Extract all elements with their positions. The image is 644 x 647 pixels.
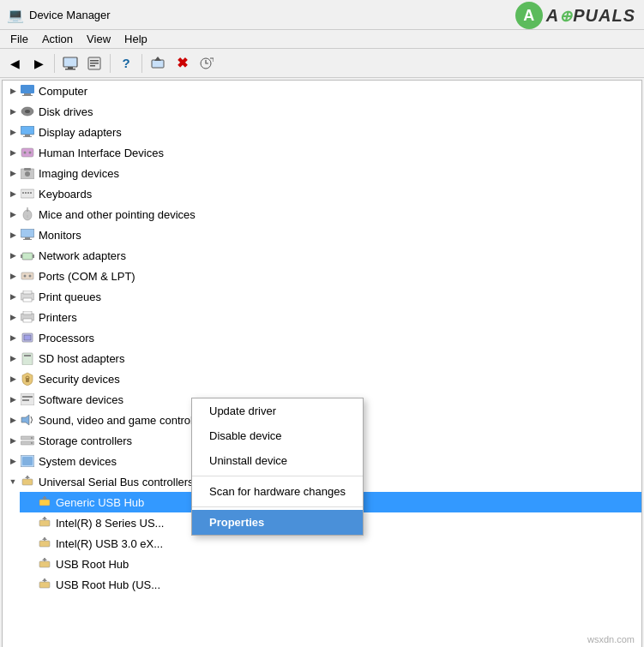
svg-rect-17 [23, 136, 32, 137]
toggle-intel-8 [23, 516, 37, 530]
title-bar-text: Device Manager [29, 9, 111, 21]
svg-rect-28 [30, 192, 32, 194]
icon-system-devices [20, 454, 35, 468]
logo-area: A A⊕PUALS [515, 2, 635, 29]
icon-network [20, 249, 35, 262]
svg-rect-78 [39, 582, 50, 588]
computer-view-btn[interactable] [59, 52, 81, 75]
icon-monitors [20, 228, 35, 242]
toggle-monitors[interactable]: ▶ [6, 228, 20, 242]
icon-processors [20, 331, 35, 344]
properties-view-btn[interactable] [83, 52, 105, 75]
svg-rect-35 [22, 253, 33, 260]
forward-btn[interactable]: ▶ [27, 52, 50, 75]
toggle-imaging[interactable]: ▶ [6, 166, 20, 180]
scan-btn[interactable] [195, 52, 217, 75]
label-security: Security devices [39, 373, 120, 386]
toggle-sd-host[interactable]: ▶ [6, 351, 20, 365]
tree-item-usb-root-hub2[interactable]: USB Root Hub (US... [20, 574, 641, 595]
help-btn[interactable]: ? [115, 52, 137, 75]
icon-display [20, 125, 35, 139]
tree-item-keyboards[interactable]: ▶ Keyboards [3, 183, 641, 204]
toggle-system-devices[interactable]: ▶ [6, 454, 20, 468]
svg-rect-7 [152, 60, 164, 68]
tree-item-security[interactable]: ▶ Security devices [3, 368, 641, 389]
tree-item-hid[interactable]: ▶ Human Interface Devices [3, 142, 641, 163]
context-menu-scan-changes[interactable]: Scan for hardware changes [192, 479, 363, 504]
toggle-disk[interactable]: ▶ [6, 105, 20, 118]
toolbar: ◀ ▶ ? ✖ [0, 49, 644, 78]
context-menu-uninstall-device[interactable]: Uninstall device [192, 448, 363, 473]
toggle-intel-usb30 [23, 536, 37, 550]
svg-rect-33 [25, 237, 30, 239]
delete-btn[interactable]: ✖ [171, 52, 193, 75]
context-menu-disable-device[interactable]: Disable device [192, 423, 363, 448]
svg-marker-77 [42, 558, 47, 560]
svg-rect-54 [22, 396, 33, 398]
back-btn[interactable]: ◀ [3, 52, 26, 75]
label-usb-root-hub2: USB Root Hub (US... [56, 578, 160, 591]
tree-item-printers[interactable]: ▶ Printers [3, 307, 641, 327]
svg-rect-48 [24, 335, 31, 340]
toggle-mice[interactable]: ▶ [6, 207, 20, 221]
toggle-computer[interactable]: ▶ [6, 84, 20, 98]
menu-help[interactable]: Help [117, 31, 154, 47]
svg-point-22 [25, 171, 30, 177]
toggle-printers[interactable]: ▶ [6, 310, 20, 324]
toggle-processors[interactable]: ▶ [6, 331, 20, 344]
icon-imaging [20, 166, 35, 180]
context-menu-update-driver[interactable]: Update driver [192, 398, 363, 423]
toggle-network[interactable]: ▶ [6, 249, 20, 262]
svg-rect-10 [21, 85, 34, 93]
context-menu-sep [192, 476, 363, 476]
tree-item-network[interactable]: ▶ Network adapters [3, 245, 641, 266]
toggle-storage[interactable]: ▶ [6, 434, 20, 447]
toggle-usb-root-hub2 [23, 578, 37, 591]
toggle-hid[interactable]: ▶ [6, 146, 20, 159]
tree-item-print-queues[interactable]: ▶ Print queues [3, 286, 641, 307]
tree-item-sd-host[interactable]: ▶ SD host adapters [3, 348, 641, 368]
label-computer: Computer [39, 85, 87, 98]
tree-item-display[interactable]: ▶ Display adapters [3, 122, 641, 142]
svg-rect-38 [21, 273, 33, 279]
context-menu-properties[interactable]: Properties [192, 510, 363, 535]
svg-rect-5 [90, 63, 99, 64]
toggle-ports[interactable]: ▶ [6, 269, 20, 283]
icon-security [20, 372, 35, 386]
tree-item-imaging[interactable]: ▶ Imaging devices [3, 163, 641, 183]
toggle-print-queues[interactable]: ▶ [6, 290, 20, 303]
toggle-sound[interactable]: ▶ [6, 413, 20, 427]
watermark: wsxdn.com [587, 634, 635, 644]
svg-rect-18 [21, 148, 33, 157]
label-printers: Printers [39, 311, 77, 324]
tree-item-mice[interactable]: ▶ Mice and other pointing devices [3, 204, 641, 225]
menu-view[interactable]: View [80, 31, 117, 47]
svg-marker-8 [154, 57, 161, 61]
svg-point-59 [31, 437, 33, 439]
label-keyboards: Keyboards [39, 188, 92, 201]
label-system-devices: System devices [39, 455, 117, 468]
main-content[interactable]: ▶ Computer ▶ Disk drives ▶ Display adapt… [2, 80, 642, 647]
toolbar-sep-3 [141, 54, 142, 73]
tree-item-usb-root-hub1[interactable]: USB Root Hub [20, 554, 641, 574]
label-usb: Universal Serial Bus controllers [39, 476, 194, 488]
tree-item-computer[interactable]: ▶ Computer [3, 81, 641, 101]
tree-item-disk-drives[interactable]: ▶ Disk drives [3, 101, 641, 122]
menu-action[interactable]: Action [35, 31, 80, 47]
update-driver-toolbar-btn[interactable] [147, 52, 169, 75]
tree-item-ports[interactable]: ▶ Ports (COM & LPT) [3, 266, 641, 286]
menu-file[interactable]: File [3, 31, 35, 47]
svg-rect-2 [65, 69, 75, 70]
label-print-queues: Print queues [39, 291, 101, 303]
toggle-keyboards[interactable]: ▶ [6, 187, 20, 201]
context-menu-sep-2 [192, 506, 363, 507]
toggle-display[interactable]: ▶ [6, 125, 20, 139]
label-disk: Disk drives [39, 105, 93, 118]
svg-rect-1 [68, 67, 73, 69]
toggle-usb[interactable]: ▼ [6, 475, 20, 488]
tree-item-processors[interactable]: ▶ Processors [3, 327, 641, 348]
tree-item-monitors[interactable]: ▶ Monitors [3, 225, 641, 245]
toggle-software[interactable]: ▶ [6, 392, 20, 406]
toggle-security[interactable]: ▶ [6, 372, 20, 386]
tree-item-intel-usb30[interactable]: Intel(R) USB 3.0 eX... [20, 533, 641, 554]
